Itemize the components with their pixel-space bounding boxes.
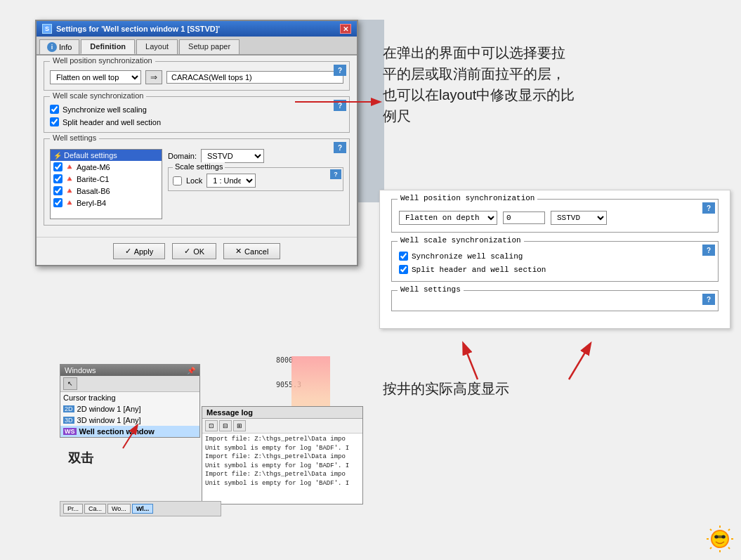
windows-titlebar: Windows 📌 bbox=[60, 365, 199, 376]
close-button[interactable]: ✕ bbox=[340, 24, 351, 34]
message-log-toolbar: ⊡ ⊟ ⊞ bbox=[202, 419, 362, 434]
well-check-beryl[interactable] bbox=[53, 198, 63, 207]
well-icon-barite: 🔺 bbox=[65, 174, 74, 183]
well-item-default[interactable]: ⚡ Default settings bbox=[51, 150, 162, 161]
well-scale-help-button[interactable]: ? bbox=[334, 100, 346, 111]
well-check-barite[interactable] bbox=[53, 174, 63, 183]
msg-line-2: Unit symbol is empty for log 'BADF'. I bbox=[205, 444, 360, 453]
annotation-top: 在弹出的界面中可以选择要拉 平的层或取消前面拉平的层， 也可以在layout中修… bbox=[383, 42, 594, 126]
message-log: Message log ⊡ ⊟ ⊞ Import file: Z:\thgs_p… bbox=[202, 406, 363, 504]
cancel-button[interactable]: ✕ Cancel bbox=[223, 243, 280, 259]
well-settings-help-button[interactable]: ? bbox=[334, 142, 346, 153]
tab-info[interactable]: i Info bbox=[39, 39, 79, 54]
split-header-label: Split header and well section bbox=[63, 118, 161, 126]
flatten-select[interactable]: Flatten on well top bbox=[50, 70, 141, 84]
right-scale-section: Well scale synchronization ? Synchronize… bbox=[391, 241, 719, 282]
apply-label: Apply bbox=[134, 247, 154, 256]
depth-number-top: 8000 bbox=[276, 356, 293, 364]
ws-badge: WS bbox=[63, 428, 77, 435]
sync-row: Flatten on well top ⇒ CARACAS(Well tops … bbox=[50, 70, 343, 84]
right-panel: Well position synchronization ? Flatten … bbox=[379, 190, 730, 329]
split-header-checkbox[interactable] bbox=[50, 117, 59, 126]
right-split-label: Split header and well section bbox=[412, 266, 546, 274]
well-icon-default: ⚡ bbox=[53, 152, 62, 159]
right-split-checkbox[interactable] bbox=[399, 265, 408, 274]
right-sync-row: Flatten on depth SSTVD bbox=[399, 211, 711, 225]
windows-title: Windows bbox=[65, 366, 96, 375]
tab-definition[interactable]: Definition bbox=[81, 39, 135, 54]
cursor-tracking-row: Cursor tracking bbox=[60, 392, 199, 403]
right-split-row: Split header and well section bbox=[399, 265, 711, 274]
info-icon: i bbox=[47, 42, 57, 52]
right-scale-label: Well scale synchronization bbox=[398, 236, 524, 245]
well-item-beryl[interactable]: 🔺 Beryl-B4 bbox=[51, 197, 162, 209]
well-item-agate[interactable]: 🔺 Agate-M6 bbox=[51, 161, 162, 173]
bottom-toolbar: Pr... Ca... Wo... Wl... bbox=[60, 501, 221, 516]
windows-3d-item[interactable]: 3D 3D window 1 [Any] bbox=[60, 415, 199, 426]
ok-button[interactable]: ✓ OK bbox=[172, 243, 216, 259]
well-position-sync-group: Well position synchronization ? Flatten … bbox=[44, 61, 350, 91]
msg-btn-2[interactable]: ⊟ bbox=[219, 420, 232, 431]
toolbar-pr-btn[interactable]: Pr... bbox=[63, 504, 83, 514]
well-check-agate[interactable] bbox=[53, 162, 63, 171]
right-well-position-label: Well position synchronization bbox=[398, 194, 537, 202]
right-sync-checkbox[interactable] bbox=[399, 252, 408, 261]
scale-help-button[interactable]: ? bbox=[330, 169, 341, 179]
windows-pin-icon[interactable]: 📌 bbox=[187, 367, 195, 375]
annotation-bottom: 按井的实际高度显示 bbox=[383, 379, 509, 398]
2d-badge: 2D bbox=[63, 405, 74, 412]
tab-setup-paper[interactable]: Setup paper bbox=[179, 39, 240, 54]
right-well-settings-help[interactable]: ? bbox=[702, 294, 715, 305]
msg-line-5: Import file: Z:\thgs_petrel\Data impo bbox=[205, 470, 360, 479]
sync-scaling-checkbox[interactable] bbox=[50, 105, 59, 114]
cursor-btn[interactable]: ↖ bbox=[63, 377, 77, 390]
windows-ws-item[interactable]: WS Well section window bbox=[60, 426, 199, 437]
well-icon-beryl: 🔺 bbox=[65, 198, 74, 207]
msg-btn-1[interactable]: ⊡ bbox=[205, 420, 218, 431]
toolbar-ca-btn[interactable]: Ca... bbox=[84, 504, 106, 514]
well-icon-basalt: 🔺 bbox=[65, 186, 74, 195]
lock-checkbox[interactable] bbox=[173, 176, 182, 185]
right-scale-help[interactable]: ? bbox=[702, 245, 715, 256]
windows-2d-label: 2D window 1 [Any] bbox=[77, 405, 141, 413]
domain-select[interactable]: SSTVD bbox=[201, 149, 264, 163]
well-position-help-button[interactable]: ? bbox=[334, 65, 346, 76]
apply-button[interactable]: ✓ Apply bbox=[113, 243, 166, 259]
windows-toolbar: ↖ bbox=[60, 376, 199, 392]
sync-arrow-button[interactable]: ⇒ bbox=[145, 70, 162, 84]
sync-scaling-label: Synchronize well scaling bbox=[63, 105, 147, 114]
right-domain-select[interactable]: SSTVD bbox=[551, 211, 607, 225]
domain-label: Domain: bbox=[168, 152, 197, 160]
right-well-position-help[interactable]: ? bbox=[702, 202, 715, 214]
dialog-body: Well position synchronization ? Flatten … bbox=[37, 56, 357, 237]
well-scale-sync-group: Well scale synchronization ? Synchronize… bbox=[44, 96, 350, 133]
ok-checkmark: ✓ bbox=[184, 247, 190, 256]
scale-select[interactable]: 1 : Undef bbox=[206, 174, 256, 188]
well-settings-inner: ⚡ Default settings 🔺 Agate-M6 🔺 Barite-C… bbox=[50, 149, 343, 219]
sync-scaling-row: Synchronize well scaling bbox=[50, 105, 343, 114]
domain-row: Domain: SSTVD bbox=[168, 149, 343, 163]
well-item-barite[interactable]: 🔺 Barite-C1 bbox=[51, 173, 162, 185]
tab-layout[interactable]: Layout bbox=[136, 39, 178, 54]
cancel-x: ✕ bbox=[235, 247, 242, 256]
well-right-panel: Domain: SSTVD Scale settings ? Lock 1 : … bbox=[168, 149, 343, 219]
msg-line-6: Unit symbol is empty for log 'BADF'. I bbox=[205, 479, 360, 488]
scale-settings-section: Scale settings ? Lock 1 : Undef bbox=[168, 167, 343, 191]
well-item-basalt[interactable]: 🔺 Basalt-B6 bbox=[51, 185, 162, 197]
toolbar-wo-btn[interactable]: Wo... bbox=[107, 504, 131, 514]
right-depth-input[interactable] bbox=[503, 211, 545, 224]
toolbar-wl-btn[interactable]: Wl... bbox=[132, 504, 154, 514]
dialog-footer: ✓ Apply ✓ OK ✕ Cancel bbox=[37, 237, 357, 265]
windows-2d-item[interactable]: 2D 2D window 1 [Any] bbox=[60, 403, 199, 415]
well-item-basalt-label: Basalt-B6 bbox=[77, 187, 110, 195]
well-check-basalt[interactable] bbox=[53, 186, 63, 195]
right-flatten-select[interactable]: Flatten on depth bbox=[399, 211, 497, 225]
windows-panel: Windows 📌 ↖ Cursor tracking 2D 2D window… bbox=[60, 364, 200, 438]
svg-line-16 bbox=[728, 547, 730, 549]
well-item-default-label: Default settings bbox=[64, 151, 117, 159]
msg-btn-3[interactable]: ⊞ bbox=[233, 420, 246, 431]
well-item-beryl-label: Beryl-B4 bbox=[77, 199, 106, 207]
ok-label: OK bbox=[193, 247, 204, 256]
titlebar-left: S Settings for 'Well section window 1 [S… bbox=[42, 24, 220, 34]
well-position-sync-label: Well position synchronization bbox=[50, 56, 155, 65]
